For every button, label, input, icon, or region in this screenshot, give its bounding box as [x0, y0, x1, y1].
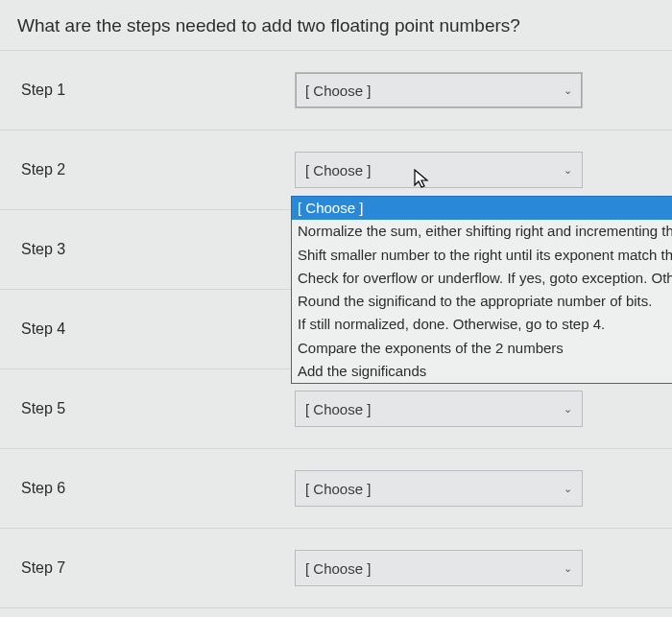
select-value: [ Choose ] [305, 83, 371, 99]
select-value: [ Choose ] [305, 401, 371, 417]
dropdown-option[interactable]: Check for overflow or underflow. If yes,… [292, 267, 672, 290]
select-value: [ Choose ] [305, 162, 371, 178]
step-label: Step 4 [21, 320, 295, 338]
step-6-select[interactable]: [ Choose ] ⌄ [295, 470, 583, 507]
step-7-select[interactable]: [ Choose ] ⌄ [295, 550, 583, 586]
step-label: Step 3 [21, 241, 295, 258]
step-2-select[interactable]: [ Choose ] ⌄ [295, 152, 583, 188]
select-value: [ Choose ] [305, 481, 371, 497]
dropdown-option[interactable]: Shift smaller number to the right until … [292, 244, 672, 267]
chevron-down-icon: ⌄ [564, 483, 572, 495]
step-label: Step 2 [21, 161, 295, 178]
dropdown-option[interactable]: Round the significand to the appropriate… [292, 290, 672, 313]
question-title: What are the steps needed to add two flo… [0, 15, 672, 50]
step-row-7: Step 7 [ Choose ] ⌄ [0, 528, 672, 608]
step-1-select[interactable]: [ Choose ] ⌄ [295, 72, 583, 108]
chevron-down-icon: ⌄ [564, 403, 572, 415]
step-label: Step 1 [21, 82, 295, 99]
select-value: [ Choose ] [305, 560, 371, 577]
dropdown-option[interactable]: [ Choose ] [292, 197, 672, 220]
chevron-down-icon: ⌄ [564, 562, 572, 575]
chevron-down-icon: ⌄ [564, 84, 572, 97]
step-row-6: Step 6 [ Choose ] ⌄ [0, 448, 672, 528]
dropdown-option[interactable]: If still normalized, done. Otherwise, go… [292, 313, 672, 336]
dropdown-option[interactable]: Normalize the sum, either shifting right… [292, 220, 672, 243]
step-label: Step 7 [21, 559, 295, 577]
chevron-down-icon: ⌄ [564, 164, 572, 177]
step-row-1: Step 1 [ Choose ] ⌄ [0, 50, 672, 130]
step-5-select[interactable]: [ Choose ] ⌄ [295, 391, 583, 427]
step-label: Step 6 [21, 480, 295, 497]
dropdown-option[interactable]: Compare the exponents of the 2 numbers [292, 337, 672, 360]
step-label: Step 5 [21, 400, 295, 417]
dropdown-option[interactable]: Add the significands [292, 360, 672, 383]
dropdown-listbox[interactable]: [ Choose ] Normalize the sum, either shi… [291, 196, 672, 384]
